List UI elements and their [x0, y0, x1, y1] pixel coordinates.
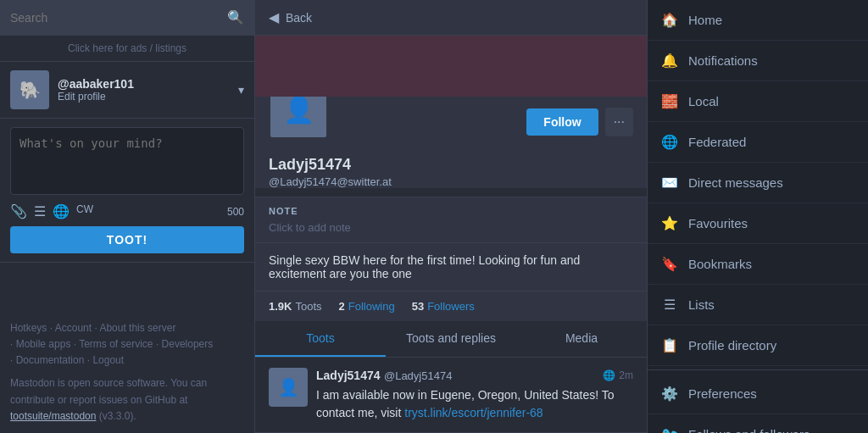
back-label[interactable]: Back [286, 11, 312, 25]
following-label[interactable]: Following [348, 300, 395, 313]
followers-count: 53 [412, 300, 424, 313]
footer-logout[interactable]: Logout [92, 354, 124, 366]
more-options-button[interactable]: ··· [605, 108, 633, 136]
main-content: ◀ Back 👤 Follow ··· Ladyj51474 @Ladyj514… [254, 0, 648, 433]
stat-following[interactable]: 2 Following [339, 300, 395, 313]
nav-local[interactable]: 🧱 Local [648, 81, 868, 122]
footer-hotkeys[interactable]: Hotkeys [10, 322, 47, 334]
globe-icon: 🌐 [603, 369, 615, 381]
cw-button[interactable]: CW [76, 203, 93, 219]
stat-toots: 1.9K Toots [269, 300, 322, 313]
version: v3.3.0 [103, 410, 131, 422]
lists-icon: ☰ [661, 297, 678, 313]
follow-button[interactable]: Follow [526, 108, 598, 136]
nav-lists[interactable]: ☰ Lists [648, 285, 868, 325]
nav-home[interactable]: 🏠 Home [648, 0, 868, 41]
search-input[interactable] [10, 11, 227, 25]
footer-devs[interactable]: Developers [162, 338, 214, 350]
profile-actions: Follow ··· [526, 108, 633, 136]
toot-text: I am available now in Eugene, Oregon, Un… [316, 386, 633, 422]
profile-tabs: Toots Toots and replies Media [255, 321, 647, 358]
account-bar: 🐘 @aabaker101 Edit profile ▾ [0, 62, 254, 119]
attach-icon[interactable]: 📎 [10, 203, 27, 219]
nav-preferences-label: Preferences [688, 386, 757, 401]
tab-toots-replies[interactable]: Toots and replies [386, 321, 516, 357]
list-icon[interactable]: ☰ [34, 203, 46, 219]
profile-info: Ladyj51474 @Ladyj51474@switter.at [255, 147, 647, 188]
note-section: NOTE Click to add note [255, 197, 647, 242]
follows-followers-icon: 🐦 [661, 426, 678, 433]
toot-button[interactable]: TOOT! [10, 226, 244, 253]
nav-bookmarks[interactable]: 🔖 Bookmarks [648, 244, 868, 285]
nav-lists-label: Lists [688, 297, 715, 312]
nav-bookmarks-label: Bookmarks [688, 257, 752, 271]
note-click-area[interactable]: Click to add note [269, 221, 633, 234]
direct-messages-icon: ✉️ [661, 175, 678, 191]
chevron-down-icon[interactable]: ▾ [238, 83, 244, 97]
toot-header: Ladyj51474 @Ladyj51474 🌐 2m [316, 368, 633, 383]
preferences-icon: ⚙️ [661, 386, 678, 402]
account-bar-left: 🐘 @aabaker101 Edit profile [10, 70, 134, 109]
footer-docs[interactable]: Documentation [16, 354, 85, 366]
account-info: @aabaker101 Edit profile [58, 77, 134, 103]
profile-avatar-section: 👤 Follow ··· [255, 97, 647, 147]
nav-follows-followers[interactable]: 🐦 Follows and followers [648, 414, 868, 433]
nav-federated[interactable]: 🌐 Federated [648, 122, 868, 163]
github-link[interactable]: tootsuite/mastodon [10, 410, 96, 422]
notifications-icon: 🔔 [661, 53, 678, 69]
nav-direct-messages-label: Direct messages [688, 175, 783, 190]
nav-direct-messages[interactable]: ✉️ Direct messages [648, 163, 868, 203]
stat-followers[interactable]: 53 Followers [412, 300, 475, 313]
federated-icon: 🌐 [661, 134, 678, 150]
nav-favourites-label: Favourites [688, 216, 748, 230]
compose-toolbar-icons: 📎 ☰ 🌐 CW [10, 203, 219, 219]
compose-area: 📎 ☰ 🌐 CW 500 TOOT! [0, 119, 254, 263]
toot-author-info: Ladyj51474 @Ladyj51474 [316, 368, 452, 383]
nav-preferences[interactable]: ⚙️ Preferences [648, 374, 868, 414]
toot-handle: @Ladyj51474 [384, 369, 452, 382]
back-arrow-icon: ◀ [269, 9, 279, 25]
nav-divider [648, 369, 868, 370]
toot-link[interactable]: tryst.link/escort/jennifer-68 [404, 406, 542, 419]
search-bar: 🔍 [0, 0, 254, 36]
followers-label[interactable]: Followers [427, 300, 475, 313]
profile-header-image [255, 36, 647, 97]
avatar: 🐘 [10, 70, 49, 109]
local-icon: 🧱 [661, 93, 678, 109]
toot-avatar: 👤 [269, 368, 308, 407]
ads-bar[interactable]: Click here for ads / listings [0, 36, 254, 62]
note-label: NOTE [269, 206, 633, 216]
nav-favourites[interactable]: ⭐ Favourites [648, 203, 868, 244]
profile-handle: @Ladyj51474@switter.at [269, 175, 633, 188]
footer-mobile[interactable]: Mobile apps [16, 338, 71, 350]
nav-profile-directory-label: Profile directory [688, 338, 776, 353]
favourites-icon: ⭐ [661, 215, 678, 231]
home-icon: 🏠 [661, 12, 678, 28]
tab-media[interactable]: Media [516, 321, 647, 357]
toots-count: 1.9K [269, 300, 292, 313]
footer-about[interactable]: About this server [99, 322, 175, 334]
nav-federated-label: Federated [688, 135, 746, 149]
nav-profile-directory[interactable]: 📋 Profile directory [648, 325, 868, 366]
globe-icon[interactable]: 🌐 [53, 203, 70, 219]
tab-toots[interactable]: Toots [255, 321, 386, 357]
edit-profile-link[interactable]: Edit profile [58, 91, 134, 103]
footer-tos[interactable]: Terms of service [79, 338, 153, 350]
nav-home-label: Home [688, 13, 722, 27]
profile-stats: 1.9K Toots 2 Following 53 Followers [255, 291, 647, 321]
right-sidebar: 🏠 Home 🔔 Notifications 🧱 Local 🌐 Federat… [648, 0, 868, 433]
search-icon[interactable]: 🔍 [227, 9, 244, 25]
left-footer: Hotkeys · Account · About this server · … [0, 312, 254, 433]
nav-local-label: Local [688, 94, 719, 108]
footer-account[interactable]: Account [55, 322, 92, 334]
compose-toolbar: 📎 ☰ 🌐 CW 500 [10, 203, 244, 219]
username: @aabaker101 [58, 77, 134, 91]
toots-label: Toots [295, 300, 321, 313]
back-bar[interactable]: ◀ Back [255, 0, 647, 36]
nav-notifications[interactable]: 🔔 Notifications [648, 41, 868, 81]
profile-bio: Single sexy BBW here for the first time!… [255, 242, 647, 291]
following-count: 2 [339, 300, 345, 313]
left-sidebar: 🔍 Click here for ads / listings 🐘 @aabak… [0, 0, 254, 433]
compose-textarea[interactable] [10, 127, 244, 195]
nav-notifications-label: Notifications [688, 53, 758, 68]
